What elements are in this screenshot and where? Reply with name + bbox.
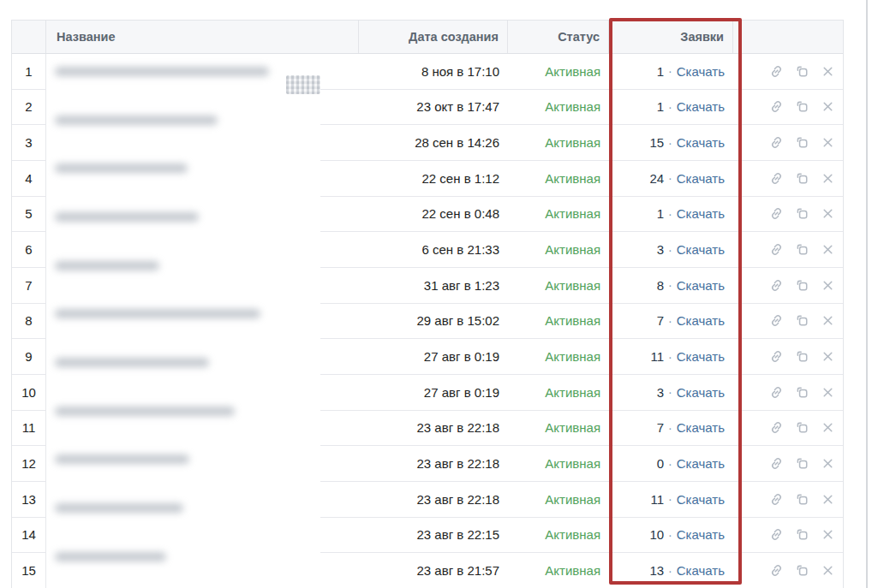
close-icon[interactable]	[820, 455, 836, 472]
close-icon[interactable]	[820, 526, 836, 543]
scrollbar-track[interactable]	[866, 0, 868, 588]
link-icon[interactable]	[768, 526, 785, 543]
link-icon[interactable]	[768, 63, 785, 80]
requests-cell: 3·Скачать	[609, 232, 733, 267]
row-actions	[733, 90, 843, 125]
row-actions	[733, 304, 843, 339]
separator-dot: ·	[668, 136, 672, 150]
status-label: Активная	[508, 161, 609, 196]
download-link[interactable]: Скачать	[677, 242, 725, 257]
separator-dot: ·	[668, 64, 672, 78]
copy-icon[interactable]	[794, 312, 810, 329]
download-link[interactable]: Скачать	[677, 492, 725, 507]
blurred-name-row	[46, 261, 320, 297]
copy-icon[interactable]	[794, 455, 810, 472]
copy-icon[interactable]	[794, 526, 810, 543]
creation-date: 29 авг в 15:02	[359, 304, 508, 339]
download-link[interactable]: Скачать	[677, 349, 725, 364]
link-icon[interactable]	[768, 98, 785, 115]
download-link[interactable]: Скачать	[677, 420, 725, 435]
link-icon[interactable]	[768, 384, 785, 401]
copy-icon[interactable]	[794, 205, 810, 222]
copy-icon[interactable]	[794, 491, 810, 508]
download-link[interactable]: Скачать	[677, 527, 725, 542]
download-link[interactable]: Скачать	[677, 278, 725, 293]
download-link[interactable]: Скачать	[677, 64, 725, 79]
link-icon[interactable]	[768, 348, 785, 365]
copy-icon[interactable]	[794, 170, 810, 187]
blurred-name	[55, 116, 218, 125]
status-label: Активная	[508, 304, 609, 339]
close-icon[interactable]	[820, 562, 836, 579]
download-link[interactable]: Скачать	[677, 385, 725, 400]
requests-count: 8	[657, 278, 664, 293]
link-icon[interactable]	[768, 170, 785, 187]
copy-icon[interactable]	[794, 277, 810, 294]
requests-count: 11	[651, 349, 665, 364]
close-icon[interactable]	[820, 277, 836, 294]
link-icon[interactable]	[768, 562, 785, 579]
requests-cell: 1·Скачать	[609, 54, 733, 89]
download-link[interactable]: Скачать	[677, 99, 725, 114]
link-icon[interactable]	[768, 205, 785, 222]
download-link[interactable]: Скачать	[677, 135, 725, 150]
copy-icon[interactable]	[794, 63, 810, 80]
download-link[interactable]: Скачать	[677, 206, 725, 221]
requests-cell: 15·Скачать	[609, 125, 733, 160]
separator-dot: ·	[668, 457, 672, 471]
link-icon[interactable]	[768, 277, 785, 294]
copy-icon[interactable]	[794, 241, 810, 258]
requests-cell: 7·Скачать	[609, 304, 733, 339]
requests-cell: 8·Скачать	[609, 268, 733, 303]
download-link[interactable]: Скачать	[677, 171, 725, 186]
close-icon[interactable]	[820, 491, 836, 508]
close-icon[interactable]	[820, 170, 836, 187]
link-icon[interactable]	[768, 419, 785, 436]
row-index: 8	[12, 304, 46, 339]
status-label: Активная	[508, 339, 609, 374]
status-label: Активная	[508, 411, 609, 446]
close-icon[interactable]	[820, 419, 836, 436]
close-icon[interactable]	[820, 241, 836, 258]
link-icon[interactable]	[768, 312, 785, 329]
close-icon[interactable]	[820, 98, 836, 115]
separator-dot: ·	[668, 564, 672, 578]
requests-count: 3	[657, 385, 664, 400]
creation-date: 23 авг в 22:15	[359, 518, 508, 553]
row-actions	[733, 161, 843, 196]
blurred-name	[55, 212, 199, 222]
download-link[interactable]: Скачать	[677, 563, 725, 578]
download-link[interactable]: Скачать	[677, 313, 725, 328]
requests-cell: 3·Скачать	[609, 375, 733, 410]
copy-icon[interactable]	[794, 348, 810, 365]
close-icon[interactable]	[820, 348, 836, 365]
status-label: Активная	[508, 553, 609, 588]
requests-cell: 10·Скачать	[609, 518, 733, 553]
close-icon[interactable]	[820, 63, 836, 80]
close-icon[interactable]	[820, 312, 836, 329]
link-icon[interactable]	[768, 241, 785, 258]
copy-icon[interactable]	[794, 384, 810, 401]
close-icon[interactable]	[820, 384, 836, 401]
row-actions	[733, 375, 843, 410]
creation-date: 8 ноя в 17:10	[359, 54, 508, 89]
link-icon[interactable]	[768, 491, 785, 508]
blurred-name	[55, 407, 235, 416]
link-icon[interactable]	[768, 134, 785, 151]
copy-icon[interactable]	[794, 98, 810, 115]
status-label: Активная	[508, 54, 609, 89]
status-label: Активная	[508, 125, 609, 160]
creation-date: 31 авг в 1:23	[359, 268, 508, 303]
requests-count: 1	[657, 99, 664, 114]
copy-icon[interactable]	[794, 419, 810, 436]
row-index: 13	[12, 482, 46, 517]
copy-icon[interactable]	[794, 134, 810, 151]
blurred-name-row	[46, 116, 320, 151]
requests-count: 11	[651, 492, 665, 507]
link-icon[interactable]	[768, 455, 785, 472]
copy-icon[interactable]	[794, 562, 810, 579]
close-icon[interactable]	[820, 205, 836, 222]
close-icon[interactable]	[820, 134, 836, 151]
download-link[interactable]: Скачать	[677, 456, 725, 471]
creation-date: 23 окт в 17:47	[359, 90, 508, 125]
